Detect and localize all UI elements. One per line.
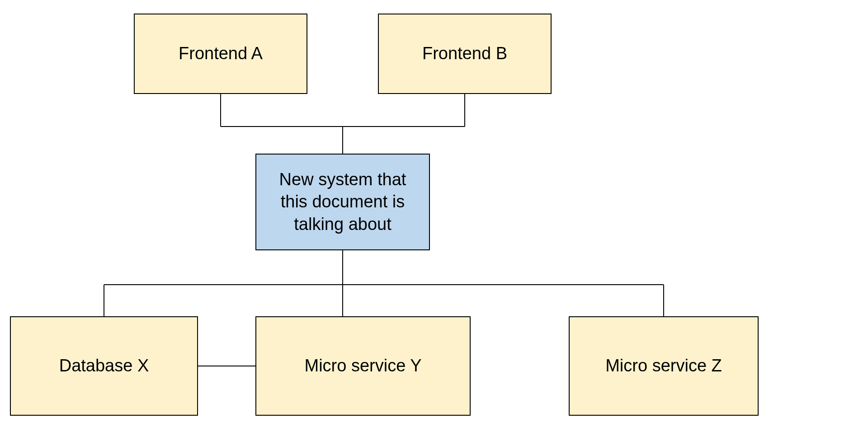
node-label: New system that this document is talking…	[265, 169, 420, 235]
node-label: Frontend A	[179, 42, 263, 65]
node-microservice-z: Micro service Z	[569, 316, 759, 416]
node-label: Frontend B	[422, 42, 507, 65]
architecture-diagram: Frontend A Frontend B New system that th…	[0, 0, 868, 441]
node-label: Database X	[59, 355, 149, 377]
node-microservice-y: Micro service Y	[255, 316, 471, 416]
node-label: Micro service Z	[605, 355, 722, 377]
node-database-x: Database X	[10, 316, 198, 416]
node-new-system: New system that this document is talking…	[255, 154, 430, 250]
node-label: Micro service Y	[304, 355, 421, 377]
node-frontend-a: Frontend A	[134, 14, 307, 94]
node-frontend-b: Frontend B	[378, 14, 552, 94]
